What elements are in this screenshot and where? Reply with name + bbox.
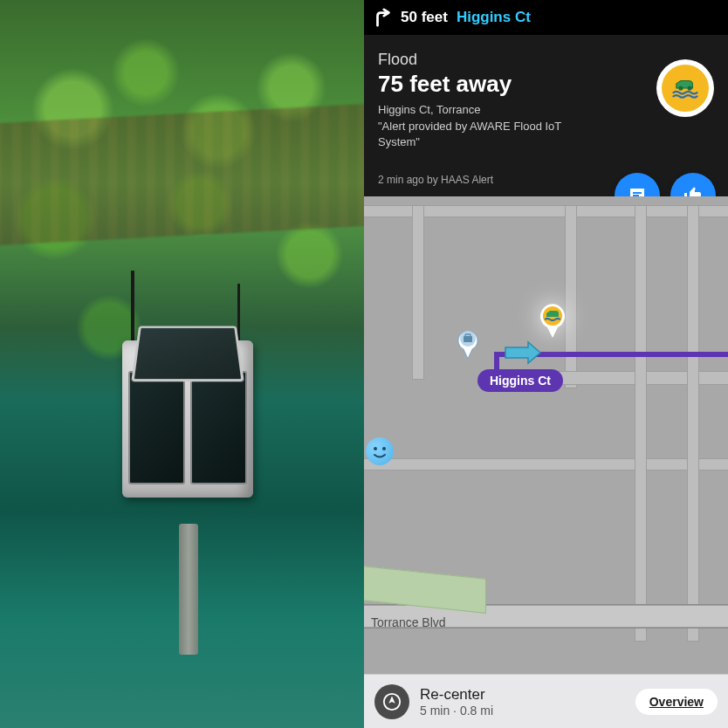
eta-block: Re-center 5 min · 0.8 mi [420, 686, 625, 718]
svg-point-1 [688, 86, 692, 90]
antenna-left [131, 271, 134, 349]
road-segment [687, 205, 699, 642]
bottom-bar: Re-center 5 min · 0.8 mi Overview [364, 674, 728, 728]
compass-icon [382, 692, 402, 711]
flood-hazard-pin[interactable] [539, 303, 567, 338]
flood-sensor-device [109, 314, 266, 550]
turn-right-icon [373, 8, 392, 27]
sensor-photo-panel [0, 0, 364, 728]
map-canvas[interactable]: Higgins Ct [364, 196, 728, 674]
sensor-panel-left [128, 371, 185, 484]
work-poi-pin[interactable] [456, 327, 480, 359]
cross-street-label: Torrance Blvd [371, 615, 446, 629]
road-segment [635, 205, 647, 642]
overview-button[interactable]: Overview [635, 689, 718, 715]
sensor-pole [179, 524, 198, 655]
recenter-label: Re-center [420, 686, 625, 704]
svg-point-10 [382, 447, 386, 450]
waze-mood-icon[interactable] [366, 437, 394, 465]
svg-point-0 [678, 86, 683, 90]
recenter-button[interactable] [374, 684, 409, 719]
svg-marker-4 [505, 342, 540, 363]
eta-text: 5 min · 0.8 mi [420, 704, 625, 718]
bridge-background [0, 103, 364, 247]
road-segment [412, 205, 424, 380]
route-street-label: Higgins Ct [477, 369, 563, 392]
alert-description: "Alert provided by AWARE Flood IoT Syste… [378, 119, 587, 149]
turn-street: Higgins Ct [457, 9, 531, 26]
vehicle-marker [504, 340, 542, 365]
turn-distance: 50 feet [401, 9, 448, 26]
hazard-alert-card: Flood 75 feet away Higgins Ct, Torrance … [364, 35, 728, 196]
flood-icon [670, 73, 700, 103]
road-segment [565, 205, 577, 388]
svg-rect-2 [633, 192, 642, 194]
road-segment [364, 458, 728, 470]
flood-alert-badge [656, 59, 714, 117]
sensor-solar-panel [131, 326, 244, 381]
svg-point-9 [374, 447, 377, 450]
svg-marker-12 [388, 696, 395, 703]
navigation-app-panel: 50 feet Higgins Ct Flood 75 feet away Hi… [364, 0, 728, 728]
sensor-panel-right [190, 371, 247, 484]
turn-instruction-bar: 50 feet Higgins Ct [364, 0, 728, 35]
alert-title: Flood [378, 51, 714, 69]
